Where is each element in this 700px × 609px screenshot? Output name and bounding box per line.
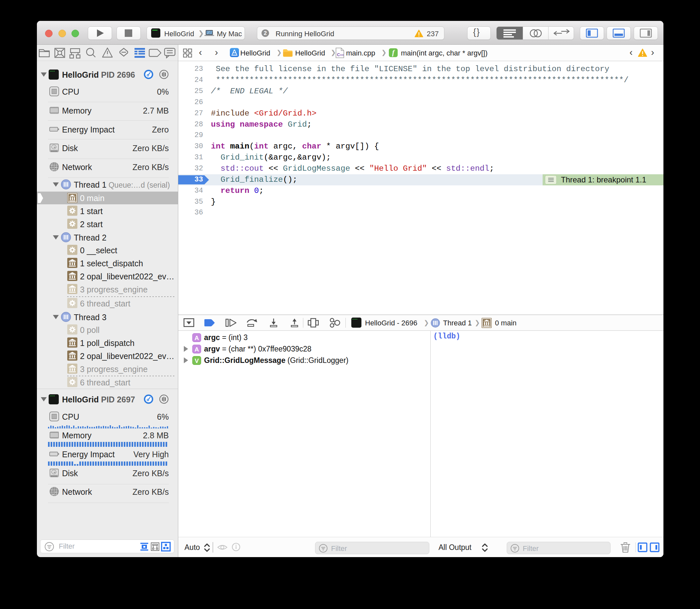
svg-text:C++: C++ — [337, 52, 344, 57]
